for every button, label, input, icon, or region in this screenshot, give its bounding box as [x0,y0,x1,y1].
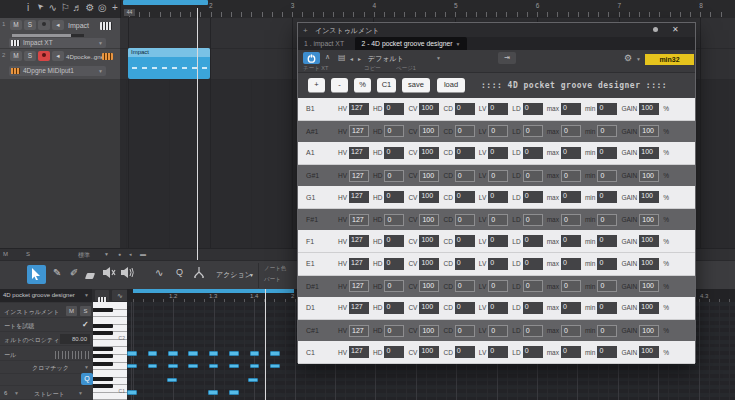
field-lv[interactable]: 0 [488,235,508,247]
chevron-down-icon[interactable]: ▼ [78,390,83,396]
black-key[interactable] [93,324,113,328]
tab-groove-designer[interactable]: 2 - 4D pocket groove designer▼ [355,37,467,50]
quantize-icon[interactable]: ♬ [72,2,84,13]
track-name[interactable]: 4Dpocke..gner [66,53,106,60]
c1-button[interactable]: C1 [377,78,396,93]
track-name[interactable]: Impact [68,22,89,29]
midi-note[interactable] [208,390,218,395]
field-cd[interactable]: 0 [455,103,475,115]
field-gain[interactable]: 100 [639,170,659,182]
field-min[interactable]: 0 [597,125,617,137]
field-hv[interactable]: 127 [349,214,369,226]
min32-badge[interactable]: min32 [645,54,694,65]
field-max[interactable]: 0 [561,325,581,337]
solo-button[interactable]: S [24,20,36,30]
field-hd[interactable]: 0 [384,280,404,292]
black-key[interactable] [93,354,113,358]
field-cv[interactable]: 100 [419,214,439,226]
midi-note[interactable] [148,364,158,369]
save-button[interactable]: save [402,78,430,93]
chevron-down-icon[interactable]: ▼ [636,56,641,62]
mute-button[interactable]: M [10,51,22,61]
field-cv[interactable]: 100 [419,191,439,203]
black-key[interactable] [93,331,113,335]
field-gain[interactable]: 100 [639,325,659,337]
field-lv[interactable]: 0 [488,346,508,358]
quantize-button[interactable]: Q [81,373,93,385]
field-cd[interactable]: 0 [455,170,475,182]
field-min[interactable]: 0 [597,280,617,292]
zoom-icon[interactable]: Q [176,267,183,277]
field-ld[interactable]: 0 [523,214,543,226]
instrument-selector[interactable]: Impact XT▼ [9,38,106,48]
field-cv[interactable]: 100 [419,147,439,159]
field-cd[interactable]: 0 [455,125,475,137]
midi-note[interactable] [168,364,178,369]
field-hv[interactable]: 127 [349,258,369,270]
field-ld[interactable]: 0 [523,191,543,203]
field-max[interactable]: 0 [561,346,581,358]
field-gain[interactable]: 100 [639,147,659,159]
field-cd[interactable]: 0 [455,214,475,226]
prev-preset-icon[interactable]: ◂ [350,55,353,62]
field-cv[interactable]: 100 [419,302,439,314]
field-max[interactable]: 0 [561,103,581,115]
field-gain[interactable]: 100 [639,346,659,358]
field-max[interactable]: 0 [561,214,581,226]
record-button[interactable] [38,20,50,30]
field-lv[interactable]: 0 [488,103,508,115]
field-hv[interactable]: 127 [349,325,369,337]
field-gain[interactable]: 100 [639,103,659,115]
scale-keys-widget[interactable] [55,351,91,359]
midi-note[interactable] [167,378,177,383]
monitor-button[interactable]: ◂ [52,51,64,61]
field-cv[interactable]: 100 [419,325,439,337]
minus-button[interactable]: - [331,78,348,93]
field-ld[interactable]: 0 [523,258,543,270]
field-gain[interactable]: 100 [639,258,659,270]
record-button[interactable] [38,51,50,61]
solo-button[interactable]: S [24,51,36,61]
scale-selector[interactable]: クロマチック [32,364,69,373]
pointer-tool-button[interactable] [27,265,46,284]
solo-label[interactable]: S [26,251,30,257]
field-lv[interactable]: 0 [488,280,508,292]
curve-icon[interactable]: ∿ [155,267,163,278]
next-preset-icon[interactable]: ▸ [358,55,361,62]
field-ld[interactable]: 0 [523,235,543,247]
field-hd[interactable]: 0 [384,103,404,115]
midi-note[interactable] [270,351,280,356]
field-cv[interactable]: 100 [419,103,439,115]
field-gain[interactable]: 100 [639,214,659,226]
midi-note[interactable] [127,390,137,395]
arrange-ruler[interactable]: 44 2345678 [120,0,735,18]
drum-view-button[interactable]: ∿ [112,290,128,301]
field-min[interactable]: 0 [597,346,617,358]
midi-note[interactable] [148,351,158,356]
solo-button[interactable]: S [80,306,91,316]
field-cd[interactable]: 0 [455,346,475,358]
field-cv[interactable]: 100 [419,258,439,270]
marker-icon[interactable]: ⚐ [59,2,71,13]
field-ld[interactable]: 0 [523,103,543,115]
chevron-down-icon[interactable]: ▼ [249,272,254,278]
field-cd[interactable]: 0 [455,235,475,247]
field-min[interactable]: 0 [597,147,617,159]
field-cd[interactable]: 0 [455,302,475,314]
field-cd[interactable]: 0 [455,280,475,292]
percent-button[interactable]: % [354,78,371,93]
info-icon[interactable]: i [22,2,34,13]
mute-tool-icon[interactable] [103,267,116,280]
piano-keyboard[interactable]: C2C1 [93,302,127,400]
field-cd[interactable]: 0 [455,258,475,270]
chevron-down-icon[interactable]: ▼ [104,251,109,257]
field-cv[interactable]: 100 [419,346,439,358]
black-key[interactable] [93,347,113,351]
midi-note[interactable] [209,351,219,356]
field-hv[interactable]: 127 [349,125,369,137]
paint-tool-icon[interactable]: ✐ [70,267,78,278]
listen-tool-icon[interactable] [121,267,135,280]
help-icon[interactable]: ◎ [96,2,108,13]
monitor-button[interactable]: ◂ [52,20,64,30]
chevron-down-icon[interactable]: ▼ [84,364,89,370]
